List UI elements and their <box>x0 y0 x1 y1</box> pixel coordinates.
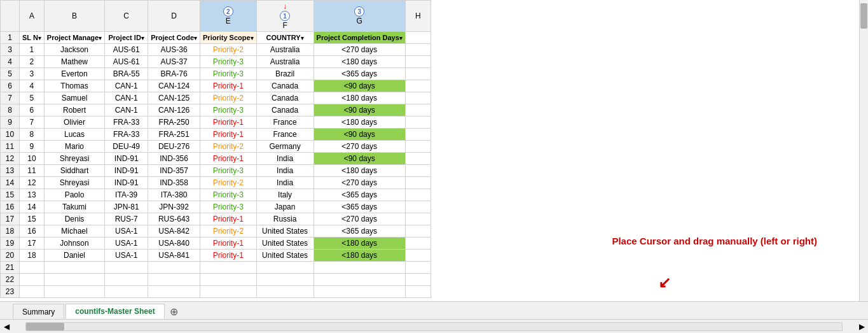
priority-cell[interactable]: Priority-3 <box>200 165 257 177</box>
days-cell[interactable]: <180 days <box>313 165 405 177</box>
pid-cell[interactable]: IND-91 <box>105 177 148 189</box>
days-cell[interactable]: <365 days <box>313 68 405 80</box>
scroll-left-button[interactable]: ◀ <box>0 322 13 331</box>
sl-cell[interactable]: 3 <box>20 68 45 80</box>
country-cell[interactable]: Canada <box>256 92 313 104</box>
pid-cell[interactable]: IND-91 <box>105 165 148 177</box>
code-cell[interactable]: AUS-36 <box>148 44 200 56</box>
scrollbar-thumb-h[interactable] <box>26 323 64 330</box>
sl-cell[interactable]: 16 <box>20 225 45 237</box>
days-cell[interactable]: <270 days <box>313 44 405 56</box>
manager-cell[interactable]: Jackson <box>44 44 104 56</box>
code-cell[interactable]: JPN-392 <box>148 201 200 213</box>
days-cell[interactable]: <180 days <box>313 56 405 68</box>
days-cell[interactable]: <90 days <box>313 80 405 92</box>
manager-cell[interactable]: Johnson <box>44 237 104 250</box>
code-cell[interactable]: AUS-37 <box>148 56 200 68</box>
code-cell[interactable]: BRA-76 <box>148 68 200 80</box>
days-cell[interactable]: <90 days <box>313 129 405 141</box>
country-cell[interactable]: Australia <box>256 44 313 56</box>
pid-cell[interactable]: USA-1 <box>105 250 148 262</box>
days-cell[interactable]: <180 days <box>313 117 405 129</box>
sl-cell[interactable]: 10 <box>20 153 45 165</box>
priority-cell[interactable]: Priority-1 <box>200 213 257 225</box>
tab-summary[interactable]: Summary <box>13 304 64 319</box>
days-cell[interactable]: <365 days <box>313 201 405 213</box>
header-priority[interactable]: Priority Scope▾ <box>200 32 257 44</box>
code-cell[interactable]: FRA-251 <box>148 129 200 141</box>
sl-cell[interactable]: 9 <box>20 141 45 153</box>
priority-cell[interactable]: Priority-2 <box>200 92 257 104</box>
pid-cell[interactable]: AUS-61 <box>105 44 148 56</box>
days-cell[interactable]: <180 days <box>313 250 405 262</box>
code-cell[interactable]: DEU-276 <box>148 141 200 153</box>
country-cell[interactable]: Italy <box>256 189 313 201</box>
country-cell[interactable]: France <box>256 117 313 129</box>
country-cell[interactable]: United States <box>256 225 313 237</box>
country-cell[interactable]: India <box>256 165 313 177</box>
priority-cell[interactable]: Priority-2 <box>200 141 257 153</box>
priority-cell[interactable]: Priority-1 <box>200 237 257 250</box>
sl-cell[interactable]: 11 <box>20 165 45 177</box>
manager-cell[interactable]: Lucas <box>44 129 104 141</box>
header-days[interactable]: Project Completion Days▾ <box>313 32 405 44</box>
priority-cell[interactable]: Priority-2 <box>200 225 257 237</box>
code-cell[interactable]: ITA-380 <box>148 189 200 201</box>
priority-cell[interactable]: Priority-1 <box>200 250 257 262</box>
priority-cell[interactable]: Priority-3 <box>200 201 257 213</box>
pid-cell[interactable]: CAN-1 <box>105 80 148 92</box>
sl-cell[interactable]: 18 <box>20 250 45 262</box>
scroll-right-button[interactable]: ▶ <box>855 322 868 331</box>
days-cell[interactable]: <90 days <box>313 153 405 165</box>
header-code[interactable]: Project Code▾ <box>148 32 200 44</box>
priority-cell[interactable]: Priority-2 <box>200 177 257 189</box>
days-cell[interactable]: <180 days <box>313 92 405 104</box>
code-cell[interactable]: RUS-643 <box>148 213 200 225</box>
sl-cell[interactable]: 2 <box>20 56 45 68</box>
manager-cell[interactable]: Mathew <box>44 56 104 68</box>
priority-cell[interactable]: Priority-3 <box>200 104 257 117</box>
days-cell[interactable]: <270 days <box>313 177 405 189</box>
country-cell[interactable]: Germany <box>256 141 313 153</box>
manager-cell[interactable]: Michael <box>44 225 104 237</box>
sl-cell[interactable]: 4 <box>20 80 45 92</box>
pid-cell[interactable]: USA-1 <box>105 225 148 237</box>
manager-cell[interactable]: Shreyasi <box>44 177 104 189</box>
pid-cell[interactable]: AUS-61 <box>105 56 148 68</box>
sl-cell[interactable]: 15 <box>20 213 45 225</box>
manager-cell[interactable]: Shreyasi <box>44 153 104 165</box>
pid-cell[interactable]: BRA-55 <box>105 68 148 80</box>
country-cell[interactable]: Canada <box>256 104 313 117</box>
pid-cell[interactable]: DEU-49 <box>105 141 148 153</box>
priority-cell[interactable]: Priority-1 <box>200 129 257 141</box>
code-cell[interactable]: CAN-126 <box>148 104 200 117</box>
pid-cell[interactable]: CAN-1 <box>105 104 148 117</box>
priority-cell[interactable]: Priority-1 <box>200 80 257 92</box>
pid-cell[interactable]: JPN-81 <box>105 201 148 213</box>
code-cell[interactable]: USA-841 <box>148 250 200 262</box>
sl-cell[interactable]: 8 <box>20 129 45 141</box>
country-cell[interactable]: United States <box>256 237 313 250</box>
pid-cell[interactable]: USA-1 <box>105 237 148 250</box>
sl-cell[interactable]: 6 <box>20 104 45 117</box>
code-cell[interactable]: CAN-125 <box>148 92 200 104</box>
manager-cell[interactable]: Siddhart <box>44 165 104 177</box>
add-tab-button[interactable]: ⊕ <box>166 304 182 319</box>
manager-cell[interactable]: Daniel <box>44 250 104 262</box>
code-cell[interactable]: IND-358 <box>148 177 200 189</box>
code-cell[interactable]: CAN-124 <box>148 80 200 92</box>
code-cell[interactable]: USA-842 <box>148 225 200 237</box>
manager-cell[interactable]: Mario <box>44 141 104 153</box>
days-cell[interactable]: <270 days <box>313 213 405 225</box>
header-sl[interactable]: SL N▾ <box>20 32 45 44</box>
sl-cell[interactable]: 13 <box>20 189 45 201</box>
sl-cell[interactable]: 14 <box>20 201 45 213</box>
priority-cell[interactable]: Priority-1 <box>200 117 257 129</box>
vertical-scrollbar[interactable] <box>859 0 868 301</box>
sl-cell[interactable]: 17 <box>20 237 45 250</box>
country-cell[interactable]: Japan <box>256 201 313 213</box>
days-cell[interactable]: <270 days <box>313 141 405 153</box>
priority-cell[interactable]: Priority-3 <box>200 68 257 80</box>
manager-cell[interactable]: Olivier <box>44 117 104 129</box>
sl-cell[interactable]: 7 <box>20 117 45 129</box>
